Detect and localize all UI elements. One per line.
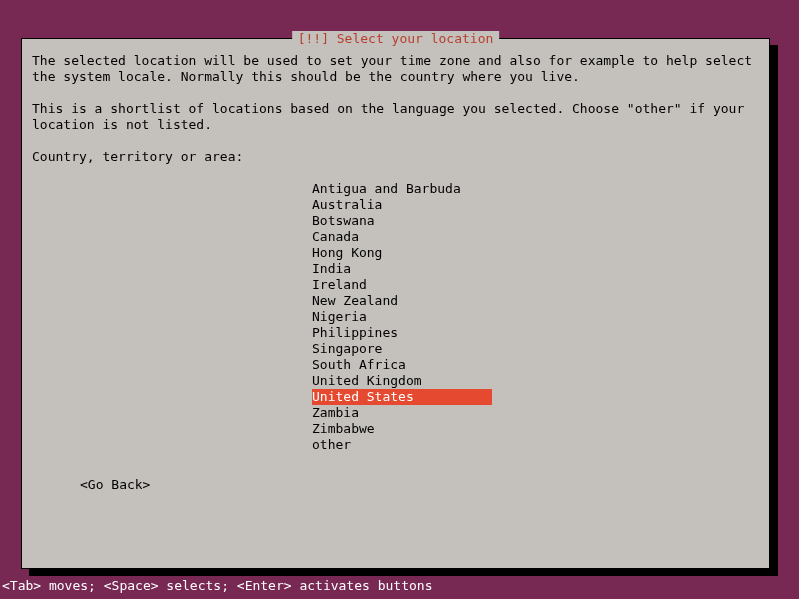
dialog-title: [!!] Select your location bbox=[292, 31, 500, 46]
list-item[interactable]: New Zealand bbox=[312, 293, 492, 309]
list-item[interactable]: Singapore bbox=[312, 341, 492, 357]
dialog-prompt: Country, territory or area: bbox=[32, 149, 759, 165]
list-item[interactable]: South Africa bbox=[312, 357, 492, 373]
go-back-button[interactable]: <Go Back> bbox=[80, 477, 759, 493]
help-bar: <Tab> moves; <Space> selects; <Enter> ac… bbox=[2, 578, 432, 593]
list-item[interactable]: Ireland bbox=[312, 277, 492, 293]
list-item[interactable]: United Kingdom bbox=[312, 373, 492, 389]
dialog-paragraph-2: This is a shortlist of locations based o… bbox=[32, 101, 759, 133]
list-item[interactable]: Antigua and Barbuda bbox=[312, 181, 492, 197]
dialog-content: The selected location will be used to se… bbox=[22, 39, 769, 503]
list-item[interactable]: Philippines bbox=[312, 325, 492, 341]
list-item[interactable]: Canada bbox=[312, 229, 492, 245]
location-dialog: [!!] Select your location The selected l… bbox=[21, 38, 770, 569]
location-list[interactable]: Antigua and BarbudaAustraliaBotswanaCana… bbox=[312, 181, 759, 453]
list-item[interactable]: Nigeria bbox=[312, 309, 492, 325]
list-item[interactable]: Zimbabwe bbox=[312, 421, 492, 437]
list-item[interactable]: United States bbox=[312, 389, 492, 405]
list-item[interactable]: Australia bbox=[312, 197, 492, 213]
list-item[interactable]: other bbox=[312, 437, 492, 453]
list-item[interactable]: Hong Kong bbox=[312, 245, 492, 261]
list-item[interactable]: Botswana bbox=[312, 213, 492, 229]
dialog-paragraph-1: The selected location will be used to se… bbox=[32, 53, 759, 85]
list-item[interactable]: India bbox=[312, 261, 492, 277]
list-item[interactable]: Zambia bbox=[312, 405, 492, 421]
